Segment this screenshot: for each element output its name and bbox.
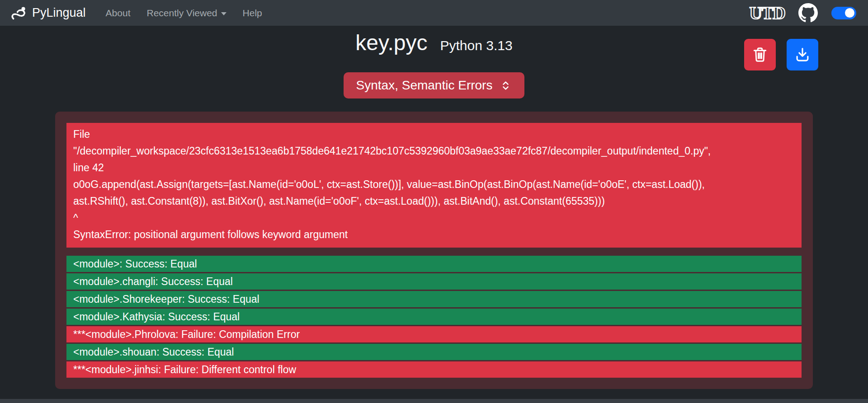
delete-button[interactable] <box>744 39 776 70</box>
traceback-line: line 42 <box>73 159 795 176</box>
traceback-line: SyntaxError: positional argument follows… <box>73 226 795 243</box>
nav-link-help-label: Help <box>243 8 262 19</box>
chevron-expand-icon <box>500 80 512 92</box>
result-row: <module>.shouan: Success: Equal <box>66 344 802 360</box>
trash-icon <box>751 46 769 63</box>
theme-toggle[interactable] <box>831 7 856 19</box>
navbar: PyLingual About Recently Viewed Help UTD <box>0 0 868 26</box>
download-icon <box>794 46 811 63</box>
nav-link-help[interactable]: Help <box>243 8 262 19</box>
nav-right: UTD <box>750 3 860 23</box>
snake-logo-icon <box>11 5 27 21</box>
brand-link[interactable]: PyLingual <box>11 5 86 21</box>
brand-label: PyLingual <box>32 6 86 20</box>
python-version-label: Python 3.13 <box>440 38 513 53</box>
syntax-error-panel: File"/decompiler_workspace/23cfc6313e151… <box>66 123 802 248</box>
nav-link-about-label: About <box>106 8 131 19</box>
page-title: key.pyc <box>355 30 427 55</box>
bottom-strip <box>0 399 868 403</box>
nav-link-recently-viewed[interactable]: Recently Viewed <box>146 8 226 19</box>
action-buttons <box>744 39 818 70</box>
nav-link-about[interactable]: About <box>106 8 131 19</box>
result-row: <module>: Success: Equal <box>66 256 802 272</box>
view-selector-label: Syntax, Semantic Errors <box>356 78 493 93</box>
caret-down-icon <box>221 12 226 15</box>
traceback-line: ast.RShift(), ast.Constant(8)), ast.BitX… <box>73 193 795 210</box>
theme-toggle-knob <box>845 8 854 18</box>
github-icon[interactable] <box>798 3 818 23</box>
utd-logo[interactable]: UTD <box>750 4 785 22</box>
results-card: File"/decompiler_workspace/23cfc6313e151… <box>55 112 813 389</box>
result-row: ***<module>.Phrolova: Failure: Compilati… <box>66 326 802 342</box>
result-row: <module>.Shorekeeper: Success: Equal <box>66 291 802 307</box>
module-results: <module>: Success: Equal<module>.changli… <box>66 256 802 378</box>
dropdown-row: Syntax, Semantic Errors <box>0 72 868 98</box>
nav-links: About Recently Viewed Help <box>106 8 262 19</box>
title-row: key.pyc Python 3.13 <box>0 30 868 55</box>
traceback-line: o0oG.append(ast.Assign(targets=[ast.Name… <box>73 176 795 193</box>
result-row: ***<module>.jinhsi: Failure: Different c… <box>66 361 802 378</box>
download-button[interactable] <box>787 39 818 70</box>
traceback-line: ^ <box>73 210 795 226</box>
nav-link-recently-viewed-label: Recently Viewed <box>146 8 217 19</box>
traceback-line: "/decompiler_workspace/23cfc6313e1513ea6… <box>73 143 795 159</box>
traceback-line: File <box>73 126 795 143</box>
result-row: <module>.changli: Success: Equal <box>66 273 802 290</box>
view-selector-button[interactable]: Syntax, Semantic Errors <box>344 72 525 98</box>
result-row: <module>.Kathysia: Success: Equal <box>66 309 802 325</box>
